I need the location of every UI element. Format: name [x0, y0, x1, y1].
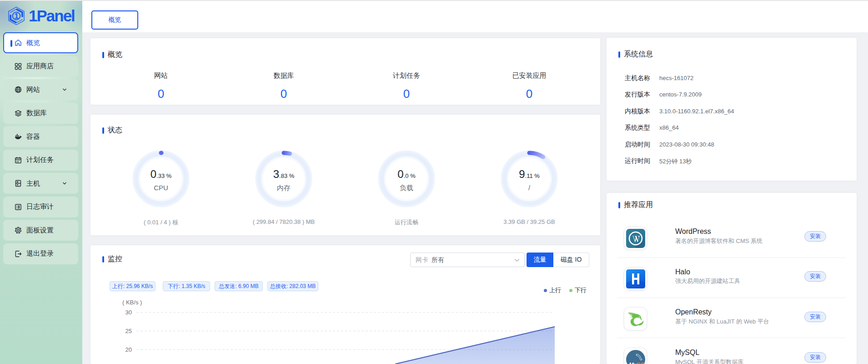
svg-text:30: 30 — [125, 309, 132, 316]
svg-text:1: 1 — [14, 12, 18, 20]
svg-text:My: My — [629, 361, 637, 364]
svg-text:SQL.: SQL. — [637, 361, 645, 364]
svg-text:20: 20 — [125, 346, 132, 353]
svg-text:25: 25 — [125, 328, 132, 334]
